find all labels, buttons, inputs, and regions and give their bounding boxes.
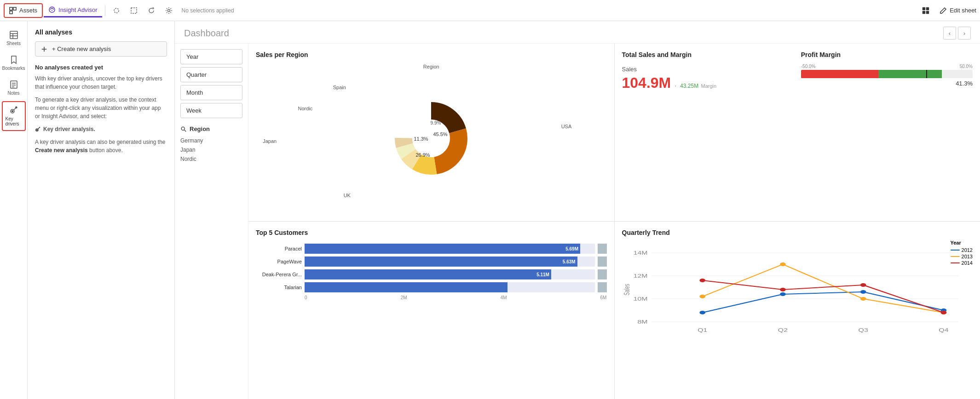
create-analysis-button[interactable]: + Create new analysis [35,41,167,57]
svg-point-63 [940,311,946,314]
svg-rect-2 [10,11,12,14]
bar-mini-paracel [598,244,607,254]
sidebar-item-notes[interactable]: Notes [2,76,26,99]
insight-icon [48,6,56,13]
analysis-key-driver: Key driver analysis. [35,125,167,133]
svg-rect-8 [922,7,925,10]
svg-text:Q3: Q3 [858,328,868,333]
selection-info: No selections applied [182,7,234,14]
svg-point-4 [52,10,52,11]
dashboard-area: Dashboard ‹ › Year Quarter Month Week R [175,21,980,399]
legend-dot-2013 [951,256,960,257]
svg-text:8M: 8M [637,319,647,325]
filter-region-nordic[interactable]: Nordic [180,154,242,164]
analysis-desc-1: With key driver analysis, uncover the to… [35,74,167,91]
refresh-button[interactable] [143,4,160,17]
donut-svg: 45.5% 26.9% 11.3% 9.9% [385,92,477,184]
svg-rect-1 [13,7,16,10]
bookmark-icon [9,55,18,64]
svg-rect-12 [10,31,17,39]
nordic-label: Nordic [298,106,313,111]
bar-mini-pagewave [598,256,607,267]
lasso-button[interactable] [108,4,125,17]
plus-icon [41,46,47,52]
quarterly-trend-title: Quarterly Trend [622,229,973,236]
sales-value: 104.9M [622,74,671,91]
analysis-desc-3: A key driver analysis can also be genera… [35,138,167,154]
analysis-panel: All analyses + Create new analysis No an… [28,21,175,399]
svg-text:9.9%: 9.9% [431,120,441,125]
insight-advisor-button[interactable]: Insight Advisor [44,3,102,17]
region-legend-label: Region [423,64,439,69]
icon-sidebar: Sheets Bookmarks Notes Key drivers [0,21,28,399]
top5-customers-chart: Top 5 Customers Paracel 5.69M [248,222,614,399]
bar-label-paracel: Paracel [256,246,302,251]
create-new-analysis-link[interactable]: Create new analysis [35,147,88,154]
profit-margin-title: Profit Margin [801,51,973,58]
svg-point-62 [860,283,866,287]
next-arrow[interactable]: › [958,27,971,40]
svg-text:10M: 10M [633,296,647,302]
margin-value: 43.25M Margin [680,83,716,89]
bar-fill-paracel: 5.69M [305,244,580,254]
dashboard-content: Year Quarter Month Week Region Germany J… [175,44,980,399]
total-sales-section: Total Sales and Margin Sales 104.9M · 43… [622,51,794,214]
rect-select-icon [130,7,138,14]
divider [105,5,105,16]
pm-bar-green [878,70,942,78]
svg-text:11.3%: 11.3% [414,136,428,142]
svg-text:Q4: Q4 [939,328,948,333]
filter-year[interactable]: Year [180,49,242,64]
sidebar-item-sheets[interactable]: Sheets [2,27,26,50]
pm-bar-red [801,70,878,78]
bar-mini-talarian [598,282,607,292]
svg-point-61 [780,288,786,291]
filter-region-japan[interactable]: Japan [180,145,242,154]
search-icon [180,126,187,132]
filter-month[interactable]: Month [180,85,242,100]
settings-button[interactable] [161,4,177,17]
grid-view-button[interactable] [917,4,934,17]
svg-rect-10 [922,11,925,13]
filter-region-title: Region [180,125,242,132]
nav-arrows: ‹ › [943,27,971,40]
top-bar-left: Assets Insight Advisor [4,3,234,18]
top-bar: Assets Insight Advisor [0,0,980,21]
filter-week[interactable]: Week [180,103,242,118]
dashboard-header: Dashboard ‹ › [175,21,980,44]
charts-area: Sales per Region Region Nordic Spain Jap… [248,44,980,399]
quarterly-trend-chart: Quarterly Trend Year 2012 2013 [615,222,980,399]
bar-fill-pagewave: 5.63M [305,256,577,267]
filter-quarter[interactable]: Quarter [180,67,242,82]
uk-label: UK [344,193,351,198]
bar-mini-deak [598,269,607,279]
sidebar-item-bookmarks[interactable]: Bookmarks [2,51,26,74]
pm-value: 41.3% [801,80,973,87]
lasso-icon [113,7,120,14]
svg-rect-6 [131,8,137,13]
assets-button[interactable]: Assets [4,3,43,18]
bar-row-pagewave: PageWave 5.63M [256,256,607,267]
bar-track-paracel: 5.69M [305,244,595,254]
dashboard-title: Dashboard [184,28,229,39]
svg-point-53 [780,292,786,296]
key-drivers-icon [9,106,18,115]
svg-text:26.9%: 26.9% [416,152,430,158]
top5-title: Top 5 Customers [256,229,607,236]
top-right-charts: Total Sales and Margin Sales 104.9M · 43… [615,44,980,221]
sheets-icon [9,30,18,40]
prev-arrow[interactable]: ‹ [943,27,956,40]
japan-label: Japan [263,138,277,144]
svg-text:Q1: Q1 [698,328,707,333]
key-driver-inline-icon [35,126,41,132]
svg-text:Sales: Sales [623,284,631,295]
edit-sheet-button[interactable]: Edit sheet [940,7,976,14]
sidebar-item-key-drivers[interactable]: Key drivers [2,101,26,131]
gear-icon [165,7,173,14]
analysis-desc-2: To generate a key driver analysis, use t… [35,96,167,120]
rect-select-button[interactable] [126,4,142,17]
filter-region-germany[interactable]: Germany [180,136,242,145]
svg-rect-0 [10,7,12,10]
bar-fill-deak: 5.11M [305,269,551,279]
pm-scale: -50.0% 50.0% [801,64,973,69]
